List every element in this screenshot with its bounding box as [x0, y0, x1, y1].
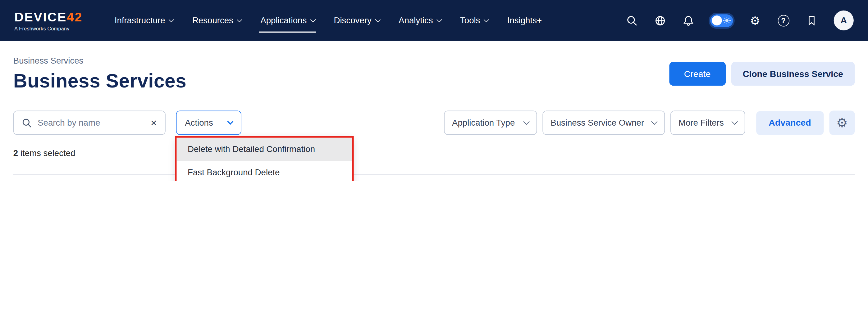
- nav-item-applications[interactable]: Applications: [251, 0, 324, 41]
- chevron-down-icon: [227, 118, 233, 125]
- chevron-down-icon: [523, 118, 529, 125]
- user-avatar[interactable]: A: [834, 10, 854, 30]
- main-navigation: Infrastructure Resources Applications Di…: [105, 0, 552, 41]
- search-icon: [22, 117, 32, 128]
- device42-logo[interactable]: DEVICE42 A Freshworks Company: [14, 10, 85, 31]
- sun-icon: [723, 16, 731, 24]
- search-icon[interactable]: [626, 14, 638, 26]
- actions-label: Actions: [185, 118, 213, 128]
- actions-dropdown-button[interactable]: Actions: [176, 110, 241, 135]
- chevron-down-icon: [484, 17, 489, 22]
- gear-icon[interactable]: ⚙: [749, 14, 761, 26]
- chevron-down-icon: [375, 17, 380, 22]
- page-content: Business Services Business Services Crea…: [0, 56, 868, 181]
- selection-count: 2: [13, 148, 18, 157]
- top-navbar: DEVICE42 A Freshworks Company Infrastruc…: [0, 0, 868, 41]
- chevron-down-icon: [237, 17, 243, 22]
- search-box: ✕: [13, 110, 165, 135]
- filter-label: Application Type: [452, 118, 515, 128]
- clone-business-service-button[interactable]: Clone Business Service: [731, 62, 855, 86]
- app-viewport: DEVICE42 A Freshworks Company Infrastruc…: [0, 0, 868, 181]
- nav-item-analytics[interactable]: Analytics: [389, 0, 451, 41]
- chevron-down-icon: [169, 17, 174, 22]
- actions-menu: Delete with Detailed Confirmation Fast B…: [176, 137, 352, 181]
- filter-label: More Filters: [679, 118, 724, 128]
- create-button[interactable]: Create: [669, 62, 726, 86]
- logo-text: DEVICE42: [14, 10, 85, 25]
- nav-label: Analytics: [399, 15, 433, 26]
- nav-label: Insights+: [507, 15, 542, 26]
- page-title: Business Services: [13, 70, 186, 92]
- nav-label: Resources: [192, 15, 233, 26]
- search-input[interactable]: [38, 118, 145, 128]
- filter-controls: Application Type Business Service Owner …: [444, 110, 855, 135]
- navbar-actions: ⚙ ? A: [626, 10, 854, 30]
- logo-tagline: A Freshworks Company: [14, 26, 85, 31]
- breadcrumb[interactable]: Business Services: [13, 56, 186, 66]
- actions-dropdown-wrap: Actions Delete with Detailed Confirmatio…: [176, 110, 241, 135]
- advanced-button[interactable]: Advanced: [756, 111, 824, 135]
- nav-label: Tools: [460, 15, 480, 26]
- business-services-table: Name↑↓ Technical Application Own...↑↓ Bu…: [13, 174, 855, 181]
- filter-label: Business Service Owner: [551, 118, 644, 128]
- nav-label: Discovery: [334, 15, 372, 26]
- nav-item-insights[interactable]: Insights+: [498, 0, 551, 41]
- more-filters-dropdown[interactable]: More Filters: [670, 110, 745, 135]
- clear-search-icon[interactable]: ✕: [150, 118, 157, 127]
- bookmark-icon[interactable]: [806, 14, 818, 26]
- selection-label: items selected: [21, 148, 75, 157]
- help-icon[interactable]: ?: [777, 14, 789, 26]
- application-type-filter[interactable]: Application Type: [444, 110, 536, 135]
- theme-toggle[interactable]: [710, 14, 733, 27]
- table-header-row: Name↑↓ Technical Application Own...↑↓ Bu…: [13, 174, 855, 181]
- chevron-down-icon: [310, 17, 316, 22]
- nav-item-discovery[interactable]: Discovery: [324, 0, 389, 41]
- nav-item-infrastructure[interactable]: Infrastructure: [105, 0, 183, 41]
- nav-item-resources[interactable]: Resources: [183, 0, 251, 41]
- toggle-knob: [712, 15, 722, 26]
- globe-icon[interactable]: [654, 14, 666, 26]
- gear-icon: ⚙: [836, 116, 848, 129]
- nav-item-tools[interactable]: Tools: [451, 0, 498, 41]
- chevron-down-icon: [651, 118, 657, 125]
- selection-status: 2 items selected: [13, 148, 855, 158]
- page-header: Business Services Business Services Crea…: [13, 56, 855, 92]
- chevron-down-icon: [731, 118, 738, 125]
- nav-label: Infrastructure: [115, 15, 165, 26]
- chevron-down-icon: [436, 17, 442, 22]
- toolbar: ✕ Actions Delete with Detailed Confirmat…: [13, 110, 855, 135]
- menu-item-delete-detailed-confirmation[interactable]: Delete with Detailed Confirmation: [177, 138, 352, 161]
- title-block: Business Services Business Services: [13, 56, 186, 92]
- business-service-owner-filter[interactable]: Business Service Owner: [542, 110, 665, 135]
- logo-accent: 42: [67, 10, 83, 24]
- table-settings-button[interactable]: ⚙: [829, 110, 855, 135]
- nav-label: Applications: [260, 15, 307, 26]
- menu-item-fast-background-delete[interactable]: Fast Background Delete: [177, 161, 352, 181]
- bell-icon[interactable]: [682, 14, 694, 26]
- header-buttons: Create Clone Business Service: [669, 62, 855, 86]
